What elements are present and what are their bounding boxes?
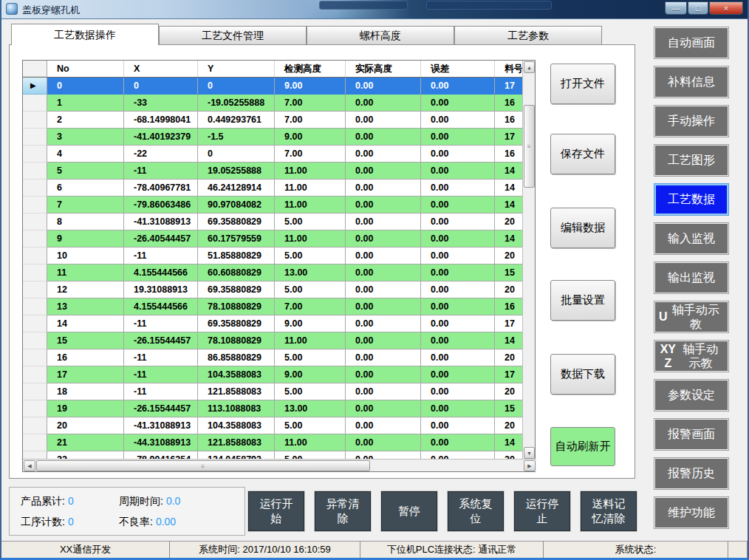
- row-selector-cell[interactable]: [23, 383, 47, 400]
- tab-1[interactable]: 工艺数据操作: [11, 24, 159, 45]
- open-file-button[interactable]: 打开文件: [550, 64, 615, 104]
- table-row[interactable]: 5-1119.0525588811.000.000.0014: [23, 163, 523, 180]
- row-selector-cell[interactable]: [23, 417, 47, 434]
- row-selector-cell[interactable]: ▶: [23, 78, 47, 95]
- row-selector-cell[interactable]: [23, 247, 47, 264]
- run-stop-button[interactable]: 运行停止: [514, 491, 570, 531]
- vertical-scroll-thumb[interactable]: ≡: [524, 105, 535, 188]
- row-selector-cell[interactable]: [23, 163, 47, 180]
- row-selector-cell[interactable]: [23, 214, 47, 231]
- table-row[interactable]: 10-1151.858808295.000.000.0020: [23, 247, 523, 264]
- table-row[interactable]: 1-33-19.052558887.000.000.0016: [23, 95, 523, 112]
- pause-button[interactable]: 暂停: [381, 491, 437, 531]
- horizontal-scrollbar[interactable]: ◀ ≡ ▶: [23, 459, 536, 471]
- table-cell: 5.00: [275, 281, 346, 298]
- feed-memory-clear-button[interactable]: 送料记忆清除: [581, 491, 637, 531]
- scroll-up-button[interactable]: ▲: [524, 61, 535, 73]
- table-cell: 0.00: [346, 264, 421, 281]
- row-selector-cell[interactable]: [23, 349, 47, 366]
- counter-value: 0: [65, 516, 74, 527]
- table-row[interactable]: 16-1186.858808295.000.000.0020: [23, 349, 523, 366]
- horizontal-scroll-thumb[interactable]: ≡: [36, 460, 370, 471]
- table-cell: 121.8588083: [198, 383, 275, 400]
- nav-maintenance[interactable]: 维护功能: [654, 497, 728, 528]
- table-row[interactable]: 7-79.8606348690.9708408211.000.000.0014: [23, 197, 523, 214]
- table-cell: 14: [495, 197, 523, 214]
- row-selector-cell[interactable]: [23, 129, 47, 146]
- row-selector-cell[interactable]: [23, 180, 47, 197]
- table-cell: 0.00: [421, 264, 495, 281]
- row-selector-cell[interactable]: [23, 298, 47, 315]
- nav-manual-operation[interactable]: 手动操作: [654, 106, 728, 137]
- nav-alarm-screen[interactable]: 报警画面: [654, 419, 728, 450]
- table-cell: 0.00: [346, 146, 421, 163]
- row-selector-cell[interactable]: [23, 231, 47, 247]
- table-row[interactable]: 3-41.40192379-1.59.000.000.0017: [23, 129, 523, 146]
- nav-process-data[interactable]: 工艺数据: [654, 184, 728, 215]
- table-row[interactable]: 19-26.15544457113.108808313.000.000.0015: [23, 400, 523, 417]
- restore-button[interactable]: □: [688, 1, 708, 15]
- table-row[interactable]: 17-11104.35880839.000.000.0017: [23, 366, 523, 383]
- table-row[interactable]: 15-26.1554445778.1088082911.000.000.0014: [23, 332, 523, 349]
- row-selector-cell[interactable]: [23, 112, 47, 129]
- nav-output-monitor[interactable]: 输出监视: [654, 262, 728, 293]
- nav-auto-screen[interactable]: 自动画面: [654, 27, 728, 58]
- tab-4[interactable]: 工艺参数: [454, 26, 602, 45]
- row-selector-cell[interactable]: [23, 197, 47, 214]
- nav-parameter-setting[interactable]: 参数设定: [654, 380, 728, 411]
- save-file-button[interactable]: 保存文件: [550, 134, 615, 174]
- table-row[interactable]: 21-44.31088913121.858808311.000.000.0014: [23, 434, 523, 451]
- table-row[interactable]: 18-11121.85880835.000.000.0020: [23, 383, 523, 400]
- table-row[interactable]: 6-78.4096778146.2412891411.000.000.0014: [23, 180, 523, 197]
- row-selector-cell[interactable]: [23, 332, 47, 349]
- table-row[interactable]: 134.15544456678.108808297.000.000.0016: [23, 298, 523, 315]
- table-row[interactable]: 20-41.31088913104.35880835.000.000.0020: [23, 417, 523, 434]
- run-start-button[interactable]: 运行开始: [248, 491, 304, 531]
- scroll-down-button[interactable]: ▼: [524, 447, 535, 459]
- row-selector-cell[interactable]: [23, 315, 47, 332]
- row-selector-cell[interactable]: [23, 281, 47, 298]
- table-cell: 7.00: [275, 298, 346, 315]
- row-selector-cell[interactable]: [23, 95, 47, 112]
- scroll-right-button[interactable]: ▶: [524, 460, 536, 471]
- close-button[interactable]: ×: [709, 1, 743, 15]
- row-selector-cell[interactable]: [23, 400, 47, 417]
- nav-process-graphic[interactable]: 工艺图形: [654, 145, 728, 176]
- table-row[interactable]: 9-26.4054445760.1757955911.000.000.0014: [23, 231, 523, 247]
- tab-2[interactable]: 工艺文件管理: [159, 26, 307, 45]
- table-row[interactable]: 2-68.149980410.4492937617.000.000.0016: [23, 112, 523, 129]
- status-system-time: 系统时间: 2017/10/10 16:10:59: [170, 542, 360, 558]
- table-cell: 20: [495, 247, 523, 264]
- table-row[interactable]: 1219.3108891369.358808295.000.000.0020: [23, 281, 523, 298]
- row-selector-cell[interactable]: [23, 434, 47, 451]
- minimize-button[interactable]: —: [665, 1, 687, 15]
- vertical-scrollbar[interactable]: ▲ ≡ ▼: [522, 61, 535, 460]
- table-cell: 86.85880829: [198, 349, 275, 366]
- counter-label: 周期时间:: [119, 495, 163, 507]
- nav-alarm-history[interactable]: 报警历史: [654, 458, 728, 489]
- error-clear-button[interactable]: 异常清除: [315, 491, 371, 531]
- table-row[interactable]: 4-2207.000.000.0016: [23, 146, 523, 163]
- batch-set-button[interactable]: 批量设置: [550, 280, 615, 321]
- row-selector-cell[interactable]: [23, 146, 47, 163]
- nav-input-monitor[interactable]: 输入监视: [654, 223, 728, 254]
- table-cell: 0.00: [346, 197, 421, 214]
- table-row[interactable]: 14-1169.358808299.000.000.0017: [23, 315, 523, 332]
- nav-refill-info[interactable]: 补料信息: [654, 66, 728, 98]
- scroll-left-button[interactable]: ◀: [24, 460, 35, 471]
- process-count-counter: 工序计数:0: [21, 516, 74, 529]
- system-reset-button[interactable]: 系统复位: [448, 491, 504, 531]
- edit-data-button[interactable]: 编辑数据: [550, 208, 615, 248]
- table-cell: 9.00: [275, 78, 346, 95]
- data-download-button[interactable]: 数据下载: [550, 354, 615, 395]
- table-row[interactable]: 114.15544456660.6088082913.000.000.0015: [23, 264, 523, 281]
- counter-value: 0.0: [163, 495, 180, 507]
- nav-u-axis-teach[interactable]: U轴手动示教: [654, 301, 728, 332]
- tab-3[interactable]: 螺杆高度: [307, 26, 454, 45]
- row-selector-cell[interactable]: [23, 366, 47, 383]
- table-row[interactable]: ▶0009.000.000.0017: [23, 78, 523, 95]
- auto-refresh-button[interactable]: 自动刷新开: [550, 427, 615, 466]
- table-row[interactable]: 8-41.3108891369.358808295.000.000.0020: [23, 214, 523, 231]
- row-selector-cell[interactable]: [23, 264, 47, 281]
- nav-xyz-axis-teach[interactable]: XYZ轴手动示教: [654, 341, 728, 372]
